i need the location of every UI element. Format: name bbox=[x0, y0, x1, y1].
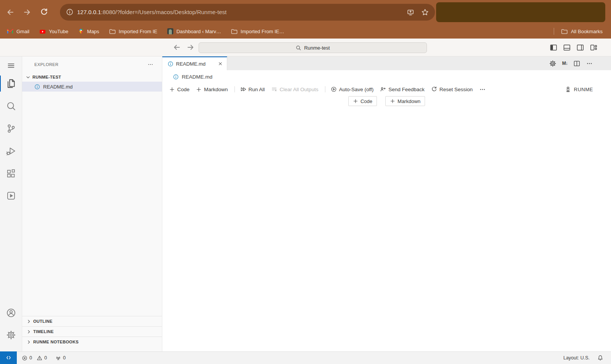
toggle-primary-sidebar-icon[interactable] bbox=[550, 43, 558, 52]
plus-icon bbox=[196, 87, 202, 92]
insert-markdown-cell-button[interactable]: Markdown bbox=[385, 96, 425, 106]
ports-status[interactable]: 0 bbox=[55, 355, 66, 361]
folder-icon bbox=[561, 29, 568, 34]
browser-reload-icon[interactable] bbox=[39, 8, 48, 17]
bookmark-dashboard[interactable]: Dashboard ‹ Marv… bbox=[167, 28, 221, 34]
customize-layout-icon[interactable] bbox=[590, 43, 598, 52]
runme-brand: RUNME bbox=[565, 86, 611, 93]
folder-icon bbox=[231, 29, 238, 34]
sidebar-item-runme[interactable] bbox=[0, 187, 22, 205]
sidebar-item-search[interactable] bbox=[0, 97, 22, 115]
feedback-person-icon bbox=[380, 86, 386, 92]
add-code-cell-button[interactable]: Code bbox=[169, 87, 189, 92]
close-tab-icon[interactable] bbox=[218, 61, 223, 66]
gmail-icon bbox=[7, 29, 13, 34]
toolbar-separator bbox=[325, 86, 325, 92]
chevron-right-icon bbox=[26, 329, 32, 335]
history-back-icon[interactable] bbox=[173, 43, 181, 52]
bookmark-youtube[interactable]: YouTube bbox=[39, 29, 68, 34]
install-app-icon[interactable] bbox=[407, 8, 414, 16]
notifications-bell-icon[interactable] bbox=[597, 355, 603, 361]
play-circle-icon bbox=[331, 86, 337, 92]
url-path: :8080/?folder=/Users/macos/Desktop/Runme… bbox=[101, 9, 227, 15]
bookmark-maps[interactable]: Maps bbox=[78, 28, 99, 34]
browser-forward-icon[interactable] bbox=[23, 8, 32, 17]
vscode-titlebar: Runme-test bbox=[0, 39, 611, 56]
youtube-icon bbox=[39, 29, 46, 34]
sidebar-item-explorer[interactable] bbox=[0, 74, 22, 93]
plus-icon bbox=[390, 98, 395, 104]
toolbar-separator bbox=[234, 86, 235, 92]
command-center-search[interactable]: Runme-test bbox=[199, 42, 427, 53]
keyboard-layout-status[interactable]: Layout: U.S. bbox=[563, 355, 590, 361]
info-file-icon bbox=[168, 61, 173, 67]
chevron-right-icon bbox=[26, 319, 32, 324]
radio-tower-icon bbox=[55, 355, 61, 361]
tree-root-runme-test[interactable]: RUNME-TEST bbox=[22, 72, 162, 82]
browser-toolbar: 127.0.0.1:8080/?folder=/Users/macos/Desk… bbox=[0, 0, 611, 24]
command-center-label: Runme-test bbox=[304, 45, 330, 51]
tab-readme[interactable]: README.md bbox=[162, 56, 227, 70]
tab-bar: README.md M↓ bbox=[162, 56, 611, 70]
insert-code-cell-button[interactable]: Code bbox=[348, 96, 377, 106]
address-bar[interactable]: 127.0.0.1:8080/?folder=/Users/macos/Desk… bbox=[60, 4, 435, 21]
site-info-icon[interactable] bbox=[66, 8, 73, 16]
runme-logo-icon bbox=[565, 86, 571, 93]
notebook-settings-gear-icon[interactable] bbox=[549, 60, 556, 67]
clear-all-outputs-button[interactable]: Clear All Outputs bbox=[271, 86, 318, 92]
chevron-down-icon bbox=[25, 74, 31, 80]
notebook-file-label: README.md bbox=[162, 70, 611, 83]
notebook-toolbar: Code Markdown Run All Clear All Outputs bbox=[162, 83, 611, 95]
settings-gear-icon[interactable] bbox=[0, 326, 22, 344]
search-icon bbox=[296, 45, 301, 51]
history-forward-icon[interactable] bbox=[186, 43, 195, 52]
run-all-button[interactable]: Run All bbox=[240, 86, 265, 92]
sidebar-item-run-debug[interactable] bbox=[0, 142, 22, 160]
info-file-icon bbox=[34, 84, 40, 90]
sidebar-item-extensions[interactable] bbox=[0, 164, 22, 183]
folder-icon bbox=[109, 29, 116, 34]
bookmark-folder-imported-ie[interactable]: Imported From IE bbox=[109, 29, 157, 34]
tree-item-readme[interactable]: README.md bbox=[22, 82, 162, 92]
auto-save-button[interactable]: Auto-Save (off) bbox=[331, 86, 374, 92]
maps-icon bbox=[78, 28, 84, 34]
bookmark-star-icon[interactable] bbox=[421, 8, 429, 16]
accounts-icon[interactable] bbox=[0, 304, 22, 322]
refresh-icon bbox=[431, 86, 437, 92]
bookmarks-separator bbox=[554, 28, 554, 35]
toggle-panel-icon[interactable] bbox=[563, 43, 571, 52]
section-timeline[interactable]: TIMELINE bbox=[22, 326, 162, 337]
run-all-icon bbox=[240, 86, 246, 92]
markdown-preview-icon[interactable]: M↓ bbox=[562, 61, 567, 66]
send-feedback-button[interactable]: Send Feedback bbox=[380, 86, 425, 92]
activity-bar bbox=[0, 56, 22, 351]
favicon-image bbox=[167, 28, 173, 34]
editor-more-actions-icon[interactable] bbox=[586, 60, 593, 67]
split-editor-icon[interactable] bbox=[573, 60, 580, 67]
explorer-more-actions-icon[interactable] bbox=[147, 61, 154, 68]
info-file-icon bbox=[173, 74, 179, 80]
chevron-right-icon bbox=[26, 339, 32, 345]
section-outline[interactable]: OUTLINE bbox=[22, 316, 162, 326]
menu-icon[interactable] bbox=[0, 56, 22, 75]
toolbar-more-actions-icon[interactable] bbox=[479, 86, 486, 93]
bookmark-folder-imported-ie2[interactable]: Imported From IE… bbox=[231, 29, 284, 34]
cell-insert-row: Code Markdown bbox=[162, 95, 611, 107]
bookmarks-bar: Gmail YouTube Maps Imported From IE Dash… bbox=[0, 24, 611, 39]
plus-icon bbox=[353, 98, 358, 104]
explorer-sidebar: EXPLORER RUNME-TEST README.md OUTLINE TI… bbox=[22, 56, 162, 351]
plus-icon bbox=[169, 87, 175, 92]
all-bookmarks-button[interactable]: All Bookmarks bbox=[561, 29, 603, 34]
sidebar-title: EXPLORER bbox=[34, 62, 58, 67]
browser-back-icon[interactable] bbox=[6, 8, 15, 17]
status-bar: 0 0 0 Layout: U.S. bbox=[0, 351, 611, 364]
sidebar-item-source-control[interactable] bbox=[0, 119, 22, 138]
problems-status[interactable]: 0 0 bbox=[22, 355, 47, 361]
bookmark-gmail[interactable]: Gmail bbox=[7, 29, 29, 34]
remote-indicator[interactable] bbox=[0, 351, 17, 364]
editor-area: README.md M↓ README.md bbox=[162, 56, 611, 351]
toggle-secondary-sidebar-icon[interactable] bbox=[576, 43, 584, 52]
section-runme-notebooks[interactable]: RUNME NOTEBOOKS bbox=[22, 337, 162, 347]
add-markdown-cell-button[interactable]: Markdown bbox=[196, 87, 228, 92]
reset-session-button[interactable]: Reset Session bbox=[431, 86, 473, 92]
